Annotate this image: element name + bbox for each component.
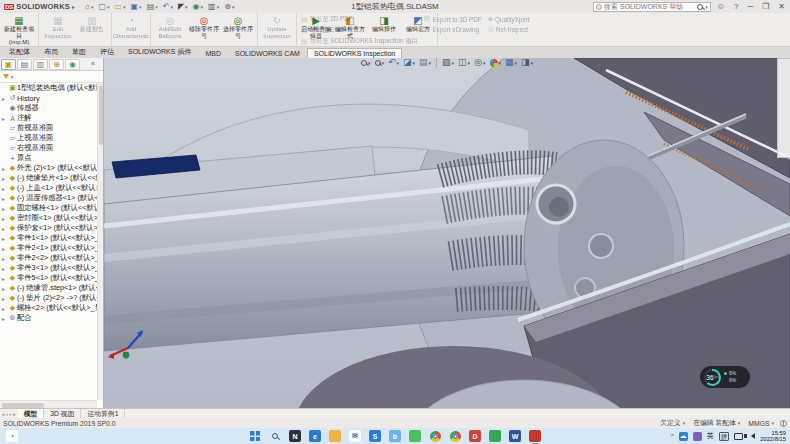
tree-item[interactable]: ▸ ◆ 密封圈<1> (默认<<默认>_显示状态	[0, 213, 97, 223]
taskbar-app-icon[interactable]: S	[369, 430, 381, 442]
tree-item[interactable]: ▸ A 注解	[0, 113, 97, 123]
ribbon-tab[interactable]: 布局	[37, 45, 65, 58]
hud-button[interactable]: ▾	[489, 58, 503, 68]
tree-item[interactable]: ▸ ◆ 零件1<1> (默认<<默认>_显示状态	[0, 233, 97, 243]
export-menu-item[interactable]: ◎Net-Inspect	[488, 25, 530, 33]
tree-item[interactable]: ▸ ▣ 1型铠装热电偶 (默认<默认_显示状态-1	[0, 83, 97, 93]
tab-nav-arrow[interactable]: ›	[9, 411, 11, 417]
taskbar-app-icon[interactable]	[449, 430, 461, 442]
tab-nav-arrow[interactable]: »	[12, 411, 15, 417]
hud-button[interactable]: ◫ ▾	[457, 58, 471, 68]
tree-item[interactable]: ▸ ◆ 螺栓<2> (默认<<默认>_显示状态	[0, 303, 97, 313]
ribbon-button[interactable]: ▦新建检查项目(imp:M)	[2, 14, 36, 45]
ribbon-button[interactable]: ▦Edit Inspection Project	[41, 14, 75, 45]
ribbon-button[interactable]: ↻Update Inspection Project	[260, 14, 294, 45]
ribbon-tab[interactable]: SOLIDWORKS CAM	[228, 48, 307, 58]
taskbar-app-icon[interactable]: W	[509, 430, 521, 442]
model-tab[interactable]: 3D 视图	[44, 409, 81, 418]
taskbar-app-icon[interactable]: ✉	[349, 430, 361, 442]
export-menu-item[interactable]: ▤Export eDrawing	[424, 25, 482, 33]
feature-manager-tab[interactable]: ▣	[1, 59, 16, 70]
ribbon-tab[interactable]: SOLIDWORKS 插件	[121, 45, 198, 58]
status-tag-icon[interactable]	[780, 420, 787, 427]
ribbon-tab[interactable]: 评估	[93, 45, 121, 58]
help-button[interactable]: ?	[731, 2, 741, 11]
taskbar-app-icon[interactable]: D	[469, 430, 481, 442]
hud-button[interactable]: ▤ ▾	[418, 58, 432, 68]
export-menu-item[interactable]: ◆QualityXpert	[488, 15, 530, 23]
model-3d-view[interactable]	[104, 58, 790, 408]
hud-button[interactable]: ◎ ▾	[473, 58, 486, 68]
hud-button[interactable]: ▧ ▾	[441, 58, 455, 68]
menu-expand-icon[interactable]: ▸	[72, 3, 75, 10]
tree-item[interactable]: ▸ ◆ 固定螺栓<1> (默认<<默认>_显示状	[0, 203, 97, 213]
close-button[interactable]: ✕	[775, 2, 788, 11]
quick-access-button[interactable]: ⊛ ▾	[222, 1, 236, 12]
feature-manager-tab[interactable]: ▤	[17, 59, 32, 70]
scrollbar-thumb[interactable]	[99, 85, 103, 145]
tree-item[interactable]: ▸ ▱ 上视基准面	[0, 133, 97, 143]
quick-access-button[interactable]: ↶ ▾	[161, 1, 175, 12]
quick-access-button[interactable]: ▣ ▾	[129, 1, 144, 12]
hud-button[interactable]: ▾	[360, 59, 372, 67]
tree-item[interactable]: ▸ ◆ 零件3<1> (默认<<默认>_显示状态	[0, 263, 97, 273]
model-tab[interactable]: 运动算例1	[81, 409, 125, 418]
ribbon-button[interactable]: ▥新建报告	[75, 14, 109, 45]
hud-button[interactable]: ▾	[373, 59, 385, 67]
tree-item[interactable]: ▸ ⊚ 配合	[0, 313, 97, 323]
tree-item[interactable]: ▸ ◆ (-) 绝缘管.step<1> (默认<<默认	[0, 283, 97, 293]
ribbon-button[interactable]: ◎移除零件序号	[187, 14, 221, 45]
network-icon[interactable]	[734, 433, 743, 440]
graphics-viewport[interactable]: ▾ ▾ ↶ ▾ ◪ ▾ ▤ ▾ ▧ ▾ ◫ ▾	[104, 58, 790, 408]
minimize-button[interactable]: ─	[744, 2, 756, 11]
tree-item[interactable]: ▸ ▱ 右视基准面	[0, 143, 97, 153]
hud-button[interactable]: ◨ ▾	[520, 58, 534, 68]
status-item[interactable]: 在编辑 装配体 ▾	[693, 418, 740, 428]
ribbon-tab[interactable]: MBD	[198, 48, 228, 58]
tree-item[interactable]: ▸ + 原点	[0, 153, 97, 163]
taskbar-app-icon[interactable]	[269, 430, 281, 442]
login-icon[interactable]: ☺	[714, 2, 728, 11]
tab-nav-arrow[interactable]: «	[2, 411, 5, 417]
widgets-icon[interactable]: ◔	[6, 430, 18, 442]
hud-button[interactable]: ↶ ▾	[387, 58, 400, 68]
taskbar-app-icon[interactable]	[489, 430, 501, 442]
tree-item[interactable]: ▸ ◆ 外壳 (2)<1> (默认<<默认>_显示状	[0, 163, 97, 173]
solidworks-logo[interactable]: DS SOLIDWORKS ▸	[0, 2, 79, 11]
feature-manager-tab[interactable]: ▥	[33, 59, 48, 70]
tree-item[interactable]: ▸ ▱ 前视基准面	[0, 123, 97, 133]
bolt-hole-mid[interactable]	[589, 234, 613, 258]
ribbon-button[interactable]: ◎Add/Edit Balloons	[153, 14, 187, 45]
tray-chevron-icon[interactable]: ^	[671, 433, 674, 439]
model-tab[interactable]: 模型	[18, 409, 45, 418]
ime-badge[interactable]: 拼	[719, 432, 730, 441]
taskbar-clock[interactable]: 15:59 2022/8/15	[760, 430, 786, 442]
ime-mode[interactable]: 英	[707, 431, 714, 441]
status-item[interactable]: 欠定义 ▾	[660, 418, 685, 428]
search-input[interactable]: 搜索 SOLIDWORKS 帮助 ▾	[593, 2, 711, 12]
taskbar-app-icon[interactable]: N	[289, 430, 301, 442]
feature-manager-tab[interactable]: ⊕	[49, 59, 64, 70]
tree-vertical-scrollbar[interactable]	[97, 83, 103, 400]
tree-item[interactable]: ▸ ◆ 零件5<1> (默认<<默认>_显示状态	[0, 273, 97, 283]
tree-item[interactable]: ▸ ◆ (-) 温度传感器<1> (默认<<默认>_	[0, 193, 97, 203]
quick-access-button[interactable]: ⌂ ▾	[83, 1, 95, 12]
onedrive-icon[interactable]: ☁	[679, 432, 688, 441]
taskbar-app-icon[interactable]	[429, 430, 441, 442]
performance-overlay[interactable]: 36 fps 6% 6%	[700, 366, 750, 388]
tree-item[interactable]: ▸ ◆ 零件2<2> (默认<<默认>_显示状态	[0, 253, 97, 263]
export-menu-item[interactable]: ▤导出至 2D PDF	[301, 15, 418, 24]
taskbar-app-icon[interactable]	[329, 430, 341, 442]
scrollbar-thumb[interactable]	[2, 403, 44, 408]
tree-item[interactable]: ▸ ◆ (-) 垫片 (2)<2> ->? (默认<<默认	[0, 293, 97, 303]
volume-icon[interactable]	[751, 433, 755, 439]
ribbon-tab[interactable]: 装配体	[2, 45, 37, 58]
tab-nav-arrow[interactable]: ‹	[6, 411, 8, 417]
feature-manager-tab[interactable]: ◉	[65, 59, 80, 70]
panel-collapse-icon[interactable]: «	[91, 60, 95, 67]
tree-item[interactable]: ▸ ◉ 传感器	[0, 103, 97, 113]
quick-access-button[interactable]: ◤ ▾	[176, 1, 190, 12]
tree-item[interactable]: ▸ ◆ (-) 绝缘垫片<1> (默认<<默认>_显	[0, 173, 97, 183]
ribbon-button[interactable]: ◎选择零件序号	[221, 14, 255, 45]
export-menu-item[interactable]: ▤导出至 Excel	[301, 26, 418, 35]
